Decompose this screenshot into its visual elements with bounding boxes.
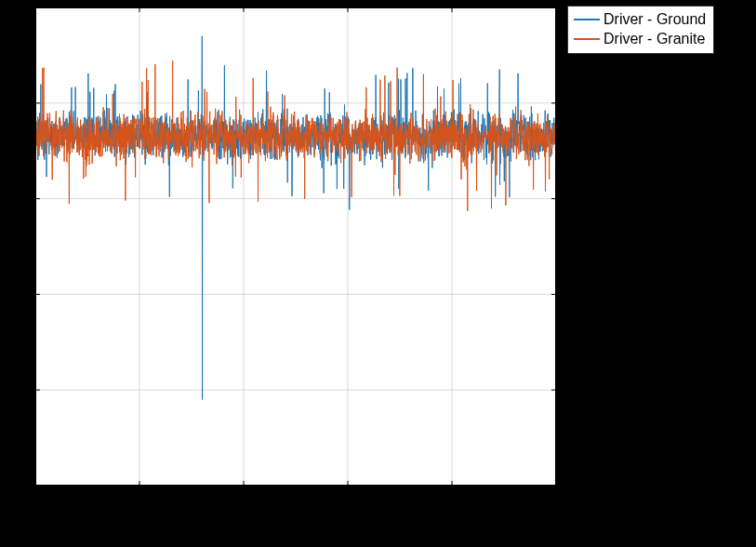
chart-legend: Driver - GroundDriver - Granite [567, 6, 714, 54]
legend-swatch [574, 19, 600, 20]
legend-label: Driver - Granite [603, 30, 705, 49]
legend-entry: Driver - Ground [574, 10, 706, 30]
legend-label: Driver - Ground [603, 10, 706, 30]
legend-swatch [574, 38, 600, 40]
series-line [35, 36, 556, 400]
legend-entry: Driver - Granite [574, 30, 706, 49]
svg-rect-12 [36, 8, 556, 486]
series-line [35, 60, 556, 211]
chart-plot-area [35, 7, 556, 486]
figure: Driver - GroundDriver - Granite [0, 0, 756, 547]
chart-axes [35, 7, 556, 486]
